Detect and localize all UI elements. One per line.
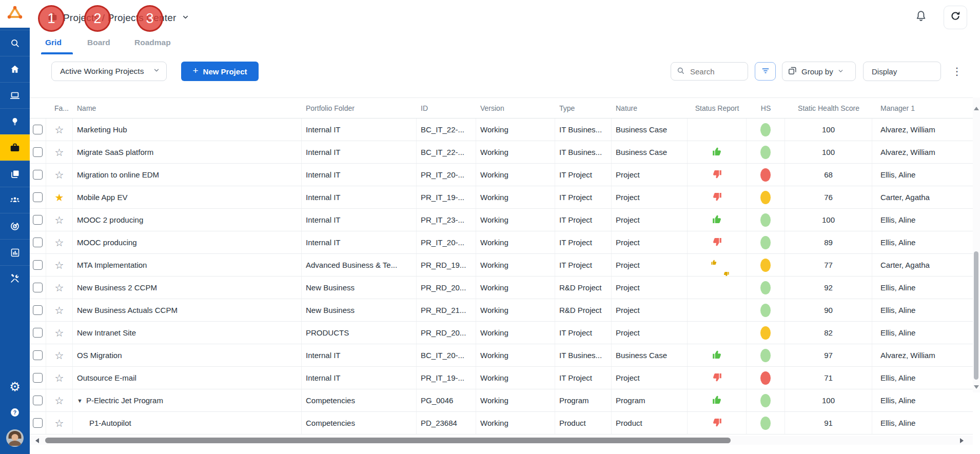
- sidebar-item-laptop[interactable]: [0, 82, 30, 108]
- table-row[interactable]: ☆Migration to online EDMInternal ITPR_IT…: [30, 164, 973, 186]
- app-logo[interactable]: [0, 0, 30, 28]
- static-health-score: 89: [785, 231, 872, 253]
- table-row[interactable]: ☆MOOC 2 producingInternal ITPR_IT_23-...…: [30, 209, 973, 231]
- horizontal-scrollbar-thumb[interactable]: [45, 438, 731, 443]
- table-row[interactable]: ☆MTA ImplementationAdvanced Business & T…: [30, 254, 973, 277]
- row-checkbox[interactable]: [33, 192, 43, 202]
- column-header-name[interactable]: Name: [73, 98, 302, 118]
- filter-button[interactable]: [755, 62, 776, 81]
- row-checkbox[interactable]: [33, 305, 43, 315]
- favorite-star-icon[interactable]: ★: [55, 192, 64, 203]
- status-report: [688, 389, 747, 411]
- column-header-shs[interactable]: Static Health Score: [785, 98, 872, 118]
- favorite-star-icon[interactable]: ☆: [55, 238, 64, 248]
- favorite-star-icon[interactable]: ☆: [55, 328, 64, 338]
- sidebar-item-folders[interactable]: [0, 161, 30, 187]
- favorite-star-icon[interactable]: ☆: [55, 373, 64, 383]
- row-checkbox[interactable]: [33, 418, 43, 428]
- favorite-star-icon[interactable]: ☆: [55, 215, 64, 225]
- search-icon: [9, 37, 21, 49]
- row-checkbox[interactable]: [33, 147, 43, 157]
- sidebar-item-tools[interactable]: [0, 265, 30, 291]
- favorite-star-icon[interactable]: ☆: [55, 125, 64, 135]
- scroll-right-arrow[interactable]: [957, 436, 966, 445]
- favorite-star-icon[interactable]: ☆: [55, 147, 64, 157]
- column-header-nature[interactable]: Nature: [612, 98, 688, 118]
- vertical-scrollbar[interactable]: [973, 97, 980, 392]
- chevron-down-icon[interactable]: [182, 12, 189, 24]
- column-header-portfolio[interactable]: Portfolio Folder: [302, 98, 417, 118]
- table-row[interactable]: ☆New Business 2 CCPMNew BusinessPR_RD_20…: [30, 277, 973, 299]
- row-checkbox[interactable]: [33, 238, 43, 247]
- table-row[interactable]: ☆P1-AutopilotCompetenciesPD_23684Working…: [30, 412, 973, 435]
- favorite-star-icon[interactable]: ☆: [55, 283, 64, 293]
- favorite-star-icon[interactable]: ☆: [55, 418, 64, 428]
- favorite-star-icon[interactable]: ☆: [55, 396, 64, 406]
- sidebar-item-home[interactable]: [0, 56, 30, 82]
- thumbs-up-icon: [712, 214, 722, 226]
- sidebar-item-gear[interactable]: ⚙: [0, 374, 30, 400]
- sidebar-item-lightbulb[interactable]: [0, 108, 30, 134]
- tab-roadmap[interactable]: Roadmap: [134, 38, 171, 47]
- sidebar-item-search[interactable]: [0, 30, 30, 56]
- type: Product: [555, 412, 612, 434]
- sidebar-item-briefcase[interactable]: [0, 134, 30, 161]
- more-options-kebab-icon[interactable]: ⋮: [949, 63, 965, 80]
- table-row[interactable]: ☆OS MigrationInternal ITBC_IT_20-...Work…: [30, 344, 973, 367]
- sidebar-item-help[interactable]: ?: [0, 400, 30, 425]
- row-checkbox[interactable]: [33, 373, 43, 383]
- nature: Project: [612, 367, 688, 389]
- tab-grid[interactable]: Grid: [45, 38, 62, 47]
- static-health-score: 91: [785, 412, 872, 434]
- sidebar-item-bar-chart[interactable]: [0, 239, 30, 265]
- sidebar-item-target[interactable]: [0, 213, 30, 239]
- row-checkbox[interactable]: [33, 260, 43, 270]
- refresh-button[interactable]: [944, 6, 967, 29]
- favorite-star-icon[interactable]: ☆: [55, 305, 64, 315]
- scroll-down-arrow[interactable]: [973, 383, 980, 390]
- breadcrumb[interactable]: Projects / Projects Center: [47, 11, 189, 25]
- row-checkbox[interactable]: [33, 328, 43, 338]
- search-input[interactable]: [689, 67, 742, 76]
- group-by-button[interactable]: Group by: [782, 62, 856, 81]
- scope-filter-dropdown[interactable]: Active Working Projects: [51, 62, 167, 81]
- table-row[interactable]: ☆Outsource E-mailInternal ITPR_IT_19-...…: [30, 367, 973, 389]
- table-row[interactable]: ☆Marketing HubInternal ITBC_IT_22-...Wor…: [30, 119, 973, 141]
- horizontal-scrollbar[interactable]: [30, 436, 973, 445]
- column-header-favorite[interactable]: Fa...: [46, 98, 73, 118]
- display-button[interactable]: Display: [863, 62, 941, 81]
- manager: Ellis, Aline: [872, 389, 973, 411]
- table-row[interactable]: ☆MOOC producingInternal ITPR_IT_20-...Wo…: [30, 231, 973, 254]
- column-header-type[interactable]: Type: [555, 98, 612, 118]
- new-project-button[interactable]: + New Project: [181, 62, 259, 81]
- table-row[interactable]: ☆Migrate SaaS platformInternal ITBC_IT_2…: [30, 141, 973, 164]
- column-header-hs[interactable]: HS: [747, 98, 785, 118]
- row-checkbox[interactable]: [33, 396, 43, 405]
- scroll-up-arrow[interactable]: [973, 105, 980, 112]
- search-box[interactable]: [671, 62, 748, 81]
- tab-board[interactable]: Board: [87, 38, 110, 47]
- health-dot: [760, 281, 771, 294]
- vertical-scrollbar-thumb[interactable]: [974, 251, 978, 380]
- sidebar-item-avatar[interactable]: [0, 425, 30, 451]
- column-header-version[interactable]: Version: [476, 98, 555, 118]
- favorite-star-icon[interactable]: ☆: [55, 170, 64, 180]
- column-header-id[interactable]: ID: [417, 98, 476, 118]
- row-checkbox[interactable]: [33, 350, 43, 360]
- notifications-bell-icon[interactable]: [914, 9, 928, 25]
- table-row[interactable]: ☆▼P-Electric Jet ProgramCompetenciesPG_0…: [30, 389, 973, 412]
- favorite-star-icon[interactable]: ☆: [55, 260, 64, 270]
- table-row[interactable]: ★Mobile App EVInternal ITPR_IT_19-...Wor…: [30, 186, 973, 209]
- row-checkbox[interactable]: [33, 170, 43, 180]
- table-row[interactable]: ☆New Intranet SitePRODUCTSPR_RD_20...Wor…: [30, 322, 973, 344]
- sidebar-item-team[interactable]: [0, 187, 30, 213]
- scroll-left-arrow[interactable]: [33, 436, 41, 445]
- row-checkbox[interactable]: [33, 125, 43, 134]
- row-checkbox[interactable]: [33, 215, 43, 225]
- table-row[interactable]: ☆New Business Actuals CCPMNew BusinessPR…: [30, 299, 973, 322]
- column-header-manager[interactable]: Manager 1: [872, 98, 973, 118]
- column-header-status[interactable]: Status Report: [688, 98, 747, 118]
- row-checkbox[interactable]: [33, 283, 43, 292]
- favorite-star-icon[interactable]: ☆: [55, 350, 64, 361]
- collapse-caret-icon[interactable]: ▼: [77, 398, 83, 404]
